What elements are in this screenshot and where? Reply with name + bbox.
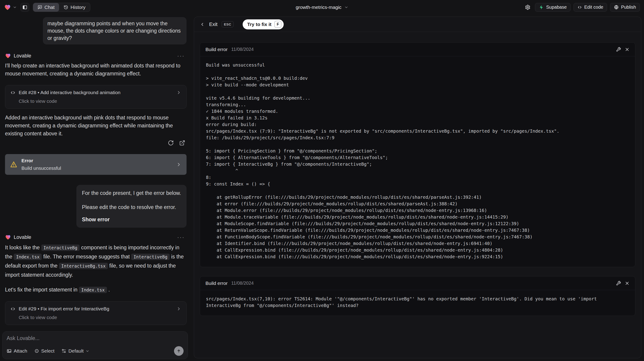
chat-input-box: Attach Select Default [2, 331, 188, 359]
message-menu-button[interactable]: ··· [177, 53, 185, 59]
attach-image-icon [6, 349, 12, 354]
top-bar: Chat History growth-metrics-magic [0, 0, 644, 14]
user-message: For the code present, I get the error be… [76, 185, 186, 228]
wrench-fix-icon[interactable] [616, 281, 621, 286]
chat-panel: maybe diagramming points and when you mo… [0, 14, 191, 361]
lovable-heart-icon [5, 234, 11, 240]
f-key-hint: F [274, 21, 282, 28]
publish-label: Publish [621, 4, 636, 10]
supabase-label: Supabase [546, 4, 567, 10]
send-button[interactable] [174, 346, 184, 356]
inline-code: Index.tsx [79, 287, 107, 293]
wrench-fix-icon[interactable] [616, 47, 621, 52]
lovable-logo-menu[interactable] [4, 4, 17, 11]
build-error-card-2: Build error 11/08/2024 src/pages/Index.t… [200, 276, 635, 316]
attach-label: Attach [14, 348, 27, 354]
chevron-right-icon [176, 90, 181, 95]
edit-card-row: Edit #29 • Fix import error for Interact… [10, 306, 181, 312]
close-icon[interactable] [624, 281, 630, 286]
panel-left-icon [22, 5, 27, 10]
project-name: growth-metrics-magic [296, 4, 342, 10]
select-label: Select [41, 348, 54, 354]
close-icon[interactable] [624, 47, 630, 52]
chat-input-toolbar: Attach Select Default [6, 346, 184, 356]
exit-button[interactable]: Exit [209, 21, 218, 27]
settings-button[interactable] [523, 3, 532, 12]
tab-history[interactable]: History [59, 3, 90, 12]
assistant-name: Lovable [14, 234, 31, 240]
error-panel-body: Build error 11/08/2024 Build was unsucce… [194, 32, 641, 316]
inline-code: Index.tsx [14, 254, 42, 260]
build-error-date: 11/08/2024 [231, 47, 254, 52]
chevron-left-icon [200, 22, 205, 27]
build-error-title: Build error [206, 281, 228, 286]
lovable-app: Chat History growth-metrics-magic [0, 0, 644, 361]
edit-code-button[interactable]: Edit code [574, 3, 607, 12]
show-error-link[interactable]: Show error [82, 216, 181, 223]
text-segment: . [107, 287, 110, 293]
warning-triangle-icon [10, 161, 17, 168]
build-error-log: Build was unsuccessful > vite_react_shad… [206, 62, 629, 260]
topbar-actions: Supabase Edit code Publish [523, 3, 640, 12]
assistant-header: Lovable ··· [5, 234, 186, 240]
try-to-fix-label: Try to fix it [247, 22, 271, 27]
assistant-message: Added an interactive background with pin… [5, 114, 186, 138]
sliders-icon [61, 349, 66, 354]
arrow-up-icon [176, 349, 181, 354]
chevron-right-icon [176, 162, 182, 167]
build-error-title: Build error [206, 47, 228, 52]
chat-bubble-icon [38, 5, 42, 9]
inline-code: InteractiveBg.tsx [59, 263, 108, 269]
tab-chat[interactable]: Chat [33, 3, 59, 12]
edit-card-28[interactable]: Edit #28 • Add interactive background an… [5, 85, 186, 109]
open-in-new-icon[interactable] [179, 140, 185, 146]
chevron-down-icon [86, 349, 90, 353]
build-error-date: 11/08/2024 [231, 281, 254, 286]
build-error-card-body: src/pages/Index.tsx(7,10): error TS2614:… [200, 290, 635, 316]
user-message-line: For the code present, I get the error be… [82, 189, 181, 197]
build-error-card-header: Build error 11/08/2024 [200, 277, 635, 290]
edit-code-label: Edit code [584, 4, 603, 10]
build-error-card-1: Build error 11/08/2024 Build was unsucce… [200, 42, 635, 267]
toggle-sidebar-button[interactable] [20, 3, 29, 12]
build-error-card-header: Build error 11/08/2024 [200, 43, 635, 56]
publish-button[interactable]: Publish [610, 3, 640, 12]
chevron-down-icon [13, 5, 17, 9]
inline-code: InteractiveBg [131, 254, 170, 260]
edit-card-29[interactable]: Edit #29 • Fix import error for Interact… [5, 301, 186, 325]
lovable-heart-icon [5, 53, 11, 59]
assistant-name: Lovable [14, 53, 31, 59]
attach-button[interactable]: Attach [6, 348, 27, 354]
user-message: maybe diagramming points and when you mo… [43, 17, 186, 44]
assistant-message: Let's fix the import statement in Index.… [5, 285, 186, 295]
build-error-log: src/pages/Index.tsx(7,10): error TS2614:… [206, 296, 629, 309]
restore-icon[interactable] [168, 140, 174, 146]
assistant-message: I'll help create an interactive backgrou… [5, 62, 186, 78]
chat-input[interactable] [6, 335, 184, 344]
mode-dropdown[interactable]: Default [61, 348, 90, 354]
code-brackets-icon [578, 5, 582, 9]
edit-card-subtitle: Click to view code [19, 98, 181, 104]
project-switcher[interactable]: growth-metrics-magic [296, 0, 348, 14]
user-message-line: Please edit the code to resolve the erro… [82, 204, 181, 211]
text-segment: It looks like the [5, 245, 41, 251]
edit-card-row: Edit #28 • Add interactive background an… [10, 90, 181, 95]
message-menu-button[interactable]: ··· [177, 234, 185, 240]
supabase-button[interactable]: Supabase [535, 3, 570, 12]
error-detail-panel: Exit ESC Try to fix it F Build error 11/… [194, 17, 641, 358]
error-panel-header: Exit ESC Try to fix it F [194, 17, 641, 32]
error-title: Error [22, 158, 61, 163]
tab-chat-label: Chat [44, 4, 54, 10]
select-element-button[interactable]: Select [34, 348, 54, 354]
globe-icon [614, 5, 619, 9]
try-to-fix-button[interactable]: Try to fix it F [243, 19, 284, 29]
assistant-message: It looks like the InteractiveBg componen… [5, 243, 186, 279]
build-error-banner[interactable]: Error Build unsuccessful [5, 154, 186, 175]
inline-code: InteractiveBg [41, 245, 80, 251]
target-select-icon [34, 349, 39, 354]
assistant-header: Lovable ··· [5, 53, 186, 59]
edit-card-title: Edit #28 • Add interactive background an… [19, 90, 120, 95]
gear-icon [525, 4, 530, 10]
edit-card-title: Edit #29 • Fix import error for Interact… [19, 306, 109, 312]
edit-card-subtitle: Click to view code [19, 315, 181, 320]
